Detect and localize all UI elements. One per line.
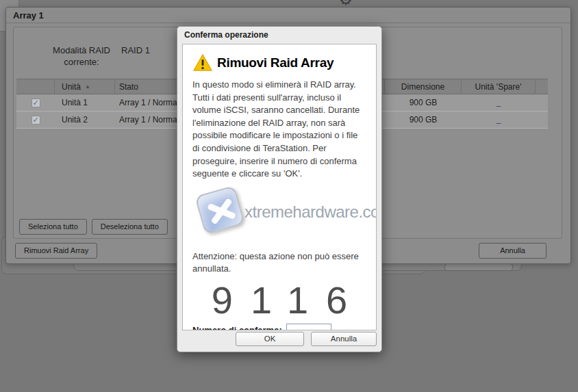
dialog-heading: Rimuovi Raid Array xyxy=(217,55,334,70)
dialog-content: Rimuovi Raid Array In questo modo si eli… xyxy=(182,44,377,330)
dialog-cancel-button[interactable]: Annulla xyxy=(311,332,377,346)
warning-icon xyxy=(192,53,213,72)
backdrop-button-sliver xyxy=(444,263,513,271)
cell-size: 900 GB xyxy=(385,115,462,125)
confirm-number-input[interactable] xyxy=(286,324,331,330)
watermark: xtremehardware.com xyxy=(192,187,366,241)
watermark-text: xtremehardware.com xyxy=(244,202,377,222)
array-window-title: Array 1 xyxy=(6,8,570,23)
row-checkbox[interactable]: ✓ xyxy=(32,116,40,125)
window-cancel-button[interactable]: Annulla xyxy=(479,243,546,259)
sort-asc-icon: ▲ xyxy=(85,83,90,90)
remove-raid-array-button[interactable]: Rimuovi Raid Array xyxy=(15,243,97,259)
ok-button[interactable]: OK xyxy=(236,332,304,346)
cell-unit: Unità 2 xyxy=(55,115,115,125)
cell-size: 900 GB xyxy=(385,98,462,107)
select-all-button[interactable]: Seleziona tutto xyxy=(19,219,87,235)
column-header-spare[interactable]: Unità 'Spare' xyxy=(462,79,536,94)
confirm-number-label: Numero di conferma: xyxy=(192,325,282,330)
confirm-dialog: Conferma operazione Rimuovi Raid Array I… xyxy=(177,26,382,352)
raid-mode-label: Modalità RAID corrente: xyxy=(47,44,116,68)
column-header-size[interactable]: Dimensione xyxy=(385,79,462,94)
raid-mode-value: RAID 1 xyxy=(121,44,150,68)
spare-link[interactable]: _ xyxy=(497,115,501,125)
dialog-title: Conferma operazione xyxy=(177,27,381,44)
column-header-unit[interactable]: Unità ▲ xyxy=(55,79,115,94)
cell-unit: Unità 1 xyxy=(55,98,115,107)
row-checkbox[interactable]: ✓ xyxy=(32,99,40,107)
dialog-body-text: In questo modo si eliminerà il RAID arra… xyxy=(192,79,366,181)
dialog-warning-text: Attenzione: questa azione non può essere… xyxy=(192,250,366,276)
header-checkbox-column xyxy=(16,79,55,94)
xtremehardware-logo-icon xyxy=(194,185,245,235)
deselect-all-button[interactable]: Deseleziona tutto xyxy=(92,219,168,235)
spare-link[interactable]: _ xyxy=(497,98,501,107)
confirmation-number: 9116 xyxy=(192,280,366,321)
